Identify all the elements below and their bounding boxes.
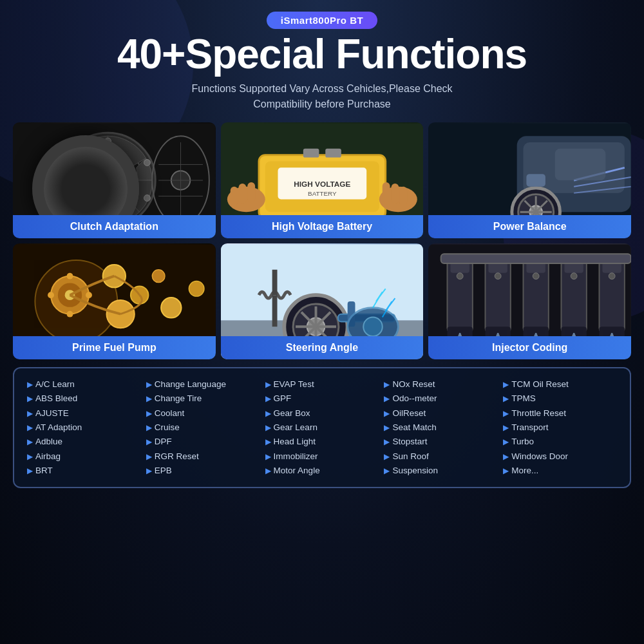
feature-item: ▶Suspension (384, 464, 498, 478)
feature-arrow-icon: ▶ (27, 436, 33, 449)
feature-item: ▶TPMS (503, 392, 617, 406)
fuel-label: Prime Fuel Pump (13, 336, 216, 359)
feature-column-3: ▶NOx Reset▶Odo--meter▶OilReset▶Seat Matc… (381, 377, 500, 478)
feature-column-0: ▶A/C Learn▶ABS Bleed▶AJUSTE▶AT Adaption▶… (24, 377, 144, 478)
feature-item: ▶Gear Learn (265, 421, 379, 435)
grid-item-power: Power Balance (428, 122, 631, 238)
feature-arrow-icon: ▶ (384, 422, 390, 435)
feature-column-2: ▶EVAP Test▶GPF▶Gear Box▶Gear Learn▶Head … (263, 377, 382, 478)
feature-item-label: Seat Match (392, 421, 436, 435)
svg-point-10 (66, 160, 72, 166)
feature-item: ▶EVAP Test (265, 377, 379, 392)
product-tag: iSmart800Pro BT (267, 12, 377, 29)
feature-item-label: NOx Reset (392, 377, 435, 392)
feature-item: ▶Stopstart (384, 435, 498, 449)
svg-point-9 (66, 195, 72, 202)
feature-arrow-icon: ▶ (27, 393, 33, 406)
feature-item-label: RGR Reset (155, 450, 199, 464)
feature-item-label: Gear Box (274, 406, 310, 421)
feature-column-4: ▶TCM Oil Reset▶TPMS▶Throttle Reset▶Trans… (500, 377, 620, 478)
grid-item-fuel: Prime Fuel Pump (13, 243, 216, 359)
feature-arrow-icon: ▶ (27, 408, 33, 421)
svg-point-96 (457, 273, 464, 279)
feature-item-label: DPF (155, 435, 172, 449)
feature-arrow-icon: ▶ (384, 393, 390, 406)
feature-item: ▶AJUSTE (27, 406, 141, 421)
svg-point-99 (571, 273, 578, 279)
feature-item: ▶Odo--meter (384, 392, 498, 406)
svg-point-7 (144, 195, 151, 202)
feature-item: ▶TCM Oil Reset (503, 377, 617, 392)
clutch-label: Clutch Adaptation (13, 215, 216, 238)
feature-column-1: ▶Change Language▶Change Tire▶Coolant▶Cru… (144, 377, 263, 478)
feature-item: ▶Cruise (146, 421, 260, 435)
feature-item-label: Gear Learn (274, 421, 317, 435)
feature-item-label: Motor Angle (274, 464, 320, 478)
feature-item: ▶ABS Bleed (27, 392, 141, 406)
svg-rect-47 (527, 174, 545, 187)
svg-point-4 (102, 174, 115, 187)
feature-image-grid: Clutch Adaptation HIGH VOLTAGE BATTERY (13, 122, 631, 359)
feature-arrow-icon: ▶ (146, 393, 152, 406)
grid-item-battery: HIGH VOLTAGE BATTERY High (221, 122, 424, 238)
svg-point-60 (86, 292, 92, 298)
feature-arrow-icon: ▶ (384, 465, 390, 478)
feature-item-label: Odo--meter (392, 392, 437, 406)
feature-item-label: Turbo (511, 435, 534, 449)
feature-item: ▶Seat Match (384, 421, 498, 435)
feature-arrow-icon: ▶ (265, 422, 271, 435)
svg-rect-27 (230, 187, 238, 206)
svg-point-97 (495, 273, 502, 279)
svg-point-98 (533, 273, 540, 279)
feature-item-label: EPB (155, 464, 172, 478)
feature-arrow-icon: ▶ (503, 393, 509, 406)
svg-rect-23 (303, 149, 319, 158)
feature-item: ▶Transport (503, 421, 617, 435)
feature-arrow-icon: ▶ (503, 422, 509, 435)
svg-rect-29 (247, 182, 255, 202)
feature-item-label: Head Light (274, 435, 316, 449)
feature-item-label: TCM Oil Reset (511, 377, 569, 392)
main-title: 40+Special Functions (117, 33, 527, 76)
feature-arrow-icon: ▶ (146, 422, 152, 435)
feature-arrow-icon: ▶ (384, 408, 390, 421)
feature-item-label: Suspension (392, 464, 438, 478)
svg-rect-30 (382, 182, 390, 202)
feature-arrow-icon: ▶ (384, 379, 390, 392)
svg-point-56 (152, 270, 165, 283)
feature-arrow-icon: ▶ (27, 379, 33, 392)
svg-point-3 (95, 168, 120, 193)
feature-item: ▶Sun Roof (384, 450, 498, 464)
steering-label: Steering Angle (221, 336, 424, 359)
feature-item: ▶OilReset (384, 406, 498, 421)
feature-arrow-icon: ▶ (146, 465, 152, 478)
feature-item: ▶Change Language (146, 377, 260, 392)
feature-arrow-icon: ▶ (384, 451, 390, 464)
feature-item-label: Adblue (35, 435, 62, 449)
feature-item: ▶Change Tire (146, 392, 260, 406)
feature-arrow-icon: ▶ (265, 379, 271, 392)
feature-arrow-icon: ▶ (503, 436, 509, 449)
svg-text:HIGH VOLTAGE: HIGH VOLTAGE (294, 180, 350, 189)
feature-item: ▶Windows Door (503, 450, 617, 464)
feature-item: ▶More... (503, 464, 617, 478)
svg-point-59 (67, 273, 73, 279)
feature-item-label: AJUSTE (35, 406, 69, 421)
feature-item: ▶EPB (146, 464, 260, 478)
svg-point-57 (161, 298, 181, 317)
feature-item-label: Cruise (155, 421, 180, 435)
feature-item: ▶NOx Reset (384, 377, 498, 392)
feature-item-label: TPMS (511, 392, 536, 406)
battery-label: High Voltage Battery (221, 215, 424, 238)
feature-arrow-icon: ▶ (265, 408, 271, 421)
feature-item-label: ABS Bleed (35, 392, 77, 406)
feature-item-label: BRT (35, 464, 53, 478)
feature-arrow-icon: ▶ (27, 465, 33, 478)
feature-item-label: Coolant (155, 406, 185, 421)
feature-item-label: Windows Door (511, 450, 568, 464)
feature-arrow-icon: ▶ (27, 422, 33, 435)
svg-rect-46 (555, 149, 606, 180)
svg-point-100 (609, 273, 616, 279)
feature-arrow-icon: ▶ (503, 465, 509, 478)
feature-arrow-icon: ▶ (503, 451, 509, 464)
